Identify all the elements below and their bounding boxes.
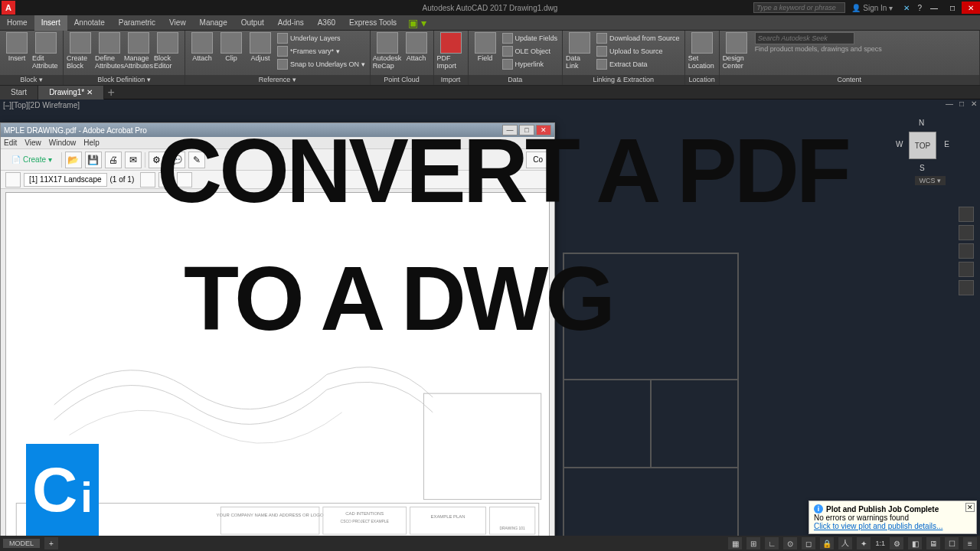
- seek-hint: Find product models, drawings and specs: [755, 45, 882, 53]
- anno-auto-icon[interactable]: ✦: [857, 537, 871, 549]
- data-link-button[interactable]: Data Link: [566, 32, 593, 70]
- lock-icon[interactable]: 🔒: [820, 537, 834, 549]
- recap-button[interactable]: Autodesk ReCap: [374, 32, 401, 70]
- keyword-search-input[interactable]: [753, 2, 845, 13]
- zoom-icon[interactable]: [959, 243, 974, 259]
- new-tab-button[interactable]: +: [104, 86, 118, 99]
- start-tab[interactable]: Start: [0, 86, 38, 99]
- update-fields-button[interactable]: Update Fields: [501, 32, 560, 44]
- menu-view[interactable]: View: [24, 139, 41, 147]
- monitor-icon[interactable]: 🖥: [926, 537, 940, 549]
- nav-wheel-icon[interactable]: [959, 207, 974, 222]
- nav-bar: [959, 207, 974, 295]
- ribbon-tabs: Home Insert Annotate Parametric View Man…: [0, 15, 980, 31]
- frames-vary-button[interactable]: *Frames vary* ▾: [276, 45, 367, 57]
- field-button[interactable]: Field: [472, 32, 499, 62]
- open-icon[interactable]: 📂: [65, 152, 82, 168]
- clip-button[interactable]: Clip: [217, 32, 245, 62]
- download-source-button[interactable]: Download from Source: [595, 32, 681, 44]
- menu-help[interactable]: Help: [83, 139, 100, 147]
- block-editor-button[interactable]: Block Editor: [154, 32, 181, 70]
- menu-edit[interactable]: Edit: [4, 139, 17, 147]
- exchange-icon[interactable]: ✕: [903, 4, 910, 12]
- panel-linking: Data Link Download from Source Upload to…: [563, 31, 685, 85]
- tab-home[interactable]: Home: [0, 15, 34, 31]
- pan-icon[interactable]: [959, 225, 974, 240]
- tab-insert[interactable]: Insert: [34, 15, 67, 31]
- anno-icon[interactable]: 人: [838, 537, 852, 549]
- model-tab[interactable]: MODEL: [3, 539, 40, 548]
- tab-manage[interactable]: Manage: [193, 15, 234, 31]
- design-center-button[interactable]: Design Center: [723, 32, 750, 70]
- vp-min-button[interactable]: —: [943, 99, 956, 110]
- page-box[interactable]: [1] 11X17 Landscape: [24, 173, 107, 187]
- ole-object-button[interactable]: OLE Object: [501, 45, 560, 57]
- tab-addins[interactable]: Add-ins: [271, 15, 311, 31]
- edit-attribute-button[interactable]: Edit Attribute: [32, 32, 60, 70]
- tab-output[interactable]: Output: [234, 15, 271, 31]
- polar-icon[interactable]: ⊙: [783, 537, 797, 549]
- panel-data: Field Update Fields OLE Object Hyperlink…: [469, 31, 564, 85]
- underlay-layers-button[interactable]: Underlay Layers: [276, 32, 367, 44]
- email-icon[interactable]: ✉: [125, 152, 142, 168]
- maximize-button[interactable]: □: [943, 2, 962, 14]
- create-button[interactable]: 📄 Create ▾: [5, 155, 58, 164]
- viewport-label[interactable]: [–][Top][2D Wireframe]: [3, 101, 80, 109]
- upload-source-button[interactable]: Upload to Source: [595, 45, 681, 57]
- autodesk-seek-input[interactable]: [755, 32, 854, 44]
- notification-close-button[interactable]: ✕: [965, 503, 975, 512]
- clean-icon[interactable]: ☐: [945, 537, 959, 549]
- orbit-icon[interactable]: [959, 262, 974, 277]
- attach-pc-button[interactable]: Attach: [403, 32, 430, 62]
- manage-attributes-button[interactable]: Manage Attributes: [125, 32, 152, 70]
- grid-icon[interactable]: ▦: [728, 537, 742, 549]
- tab-extras-icon[interactable]: ▣ ▾: [408, 17, 426, 29]
- snap-underlays-button[interactable]: Snap to Underlays ON ▾: [276, 58, 367, 70]
- ortho-icon[interactable]: ∟: [765, 537, 779, 549]
- tab-parametric[interactable]: Parametric: [112, 15, 162, 31]
- print-icon[interactable]: 🖨: [105, 152, 122, 168]
- page-count: (1 of 1): [110, 175, 135, 184]
- create-block-button[interactable]: Create Block: [67, 32, 94, 70]
- showmotion-icon[interactable]: [959, 280, 974, 295]
- layout-plus-icon[interactable]: +: [44, 537, 58, 549]
- ci-logo: C i: [26, 444, 99, 536]
- svg-rect-0: [423, 393, 541, 499]
- minimize-button[interactable]: —: [925, 2, 943, 14]
- extract-data-button[interactable]: Extract Data: [595, 58, 681, 70]
- tab-view[interactable]: View: [162, 15, 193, 31]
- svg-text:EXAMPLE PLAN: EXAMPLE PLAN: [431, 514, 466, 519]
- scale-label[interactable]: 1:1: [875, 540, 885, 547]
- snap-icon[interactable]: ⊞: [746, 537, 760, 549]
- gear-status-icon[interactable]: ⚙: [890, 537, 903, 549]
- thumbnails-icon[interactable]: [5, 172, 21, 187]
- osnap-icon[interactable]: ◻: [802, 537, 815, 549]
- insert-button[interactable]: Insert: [3, 32, 31, 62]
- tab-annotate[interactable]: Annotate: [67, 15, 112, 31]
- svg-rect-2: [220, 507, 319, 534]
- tab-a360[interactable]: A360: [311, 15, 342, 31]
- help-icon[interactable]: ?: [917, 4, 922, 12]
- select-icon[interactable]: [140, 172, 155, 187]
- set-location-button[interactable]: Set Location: [688, 32, 716, 70]
- close-button[interactable]: ✕: [962, 2, 980, 14]
- vp-max-button[interactable]: □: [956, 99, 968, 110]
- wcs-dropdown[interactable]: WCS ▾: [915, 176, 946, 185]
- hyperlink-button[interactable]: Hyperlink: [501, 58, 560, 70]
- signin-button[interactable]: 👤 Sign In ▾: [851, 4, 893, 12]
- app-logo-icon[interactable]: A: [2, 1, 15, 15]
- attach-button[interactable]: Attach: [188, 32, 216, 62]
- customize-icon[interactable]: ≡: [963, 537, 977, 549]
- vp-close-button[interactable]: ✕: [968, 99, 980, 110]
- workspace-icon[interactable]: ◧: [908, 537, 922, 549]
- define-attributes-button[interactable]: Define Attributes: [96, 32, 123, 70]
- viewcube[interactable]: N S E W TOP: [896, 119, 949, 172]
- tab-express[interactable]: Express Tools: [342, 15, 403, 31]
- save-icon[interactable]: 💾: [85, 152, 102, 168]
- adjust-button[interactable]: Adjust: [247, 32, 274, 62]
- drawing-tab[interactable]: Drawing1* ✕: [38, 86, 104, 99]
- panel-pointcloud: Autodesk ReCap Attach Point Cloud: [371, 31, 434, 85]
- notification-link[interactable]: Click to view plot and publish details..…: [814, 522, 972, 530]
- pdf-import-button[interactable]: PDF Import: [437, 32, 465, 70]
- menu-window[interactable]: Window: [49, 139, 77, 147]
